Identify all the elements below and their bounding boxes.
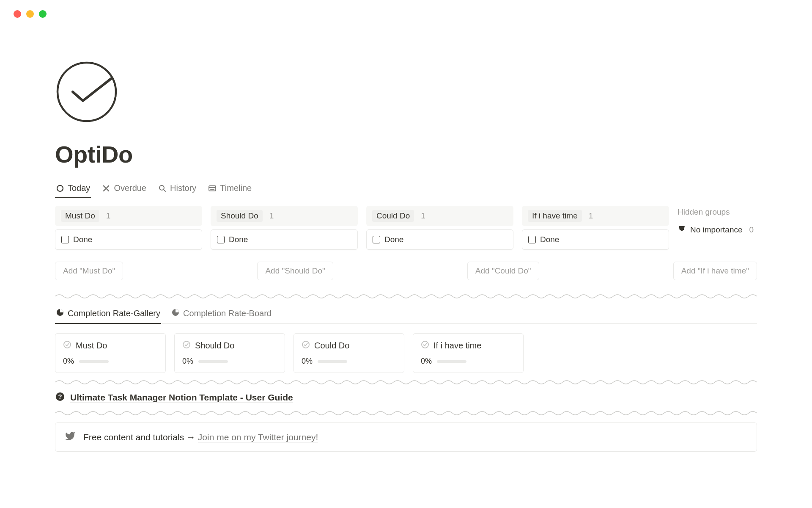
svg-point-7 [183,341,190,348]
card-title: Done [540,235,559,244]
progress-bar [318,360,347,363]
add-if-i-have-time-button[interactable]: Add "If i have time" [673,262,757,280]
subtab-label: Completion Rate-Gallery [68,309,160,318]
tab-label: Timeline [220,183,252,193]
tab-label: Overdue [114,183,146,193]
column-count: 1 [589,211,593,221]
progress-bar [198,360,228,363]
user-guide-text: Ultimate Task Manager Notion Template - … [70,392,293,403]
subtab-label: Completion Rate-Board [183,309,272,318]
hidden-item-label: No importance [690,225,743,235]
add-should-do-button[interactable]: Add "Should Do" [257,262,333,280]
gallery-card-percent: 0% [182,357,193,366]
gallery-card-label: Should Do [195,341,234,351]
completion-rate-tabs: Completion Rate-Gallery Completion Rate-… [55,306,757,324]
callout-arrow: → [187,432,198,442]
task-card[interactable]: Done [55,229,202,250]
add-buttons-row: Add "Must Do" Add "Should Do" Add "Could… [55,250,757,287]
add-must-do-button[interactable]: Add "Must Do" [55,262,123,280]
task-card[interactable]: Done [522,229,669,250]
checkbox-icon[interactable] [217,236,225,243]
timeline-icon [208,184,217,193]
page-icon[interactable] [55,60,757,124]
search-icon [158,184,167,193]
column-should-do: Should Do 1 Done [211,206,358,250]
checkbox-icon[interactable] [373,236,380,243]
progress-bar [79,360,109,363]
callout-text: Free content and tutorials → Join me on … [83,432,318,442]
column-count: 1 [106,211,111,221]
circle-icon [56,184,64,193]
close-window-button[interactable] [14,10,21,18]
column-count: 1 [269,211,274,221]
hidden-groups: Hidden groups No importance 0 [678,206,762,235]
pie-chart-icon [171,308,180,319]
column-header[interactable]: Should Do 1 [211,206,358,226]
column-must-do: Must Do 1 Done [55,206,202,250]
tab-timeline[interactable]: Timeline [207,180,252,198]
gallery-card-percent: 0% [302,357,313,366]
divider-wavy [55,410,757,417]
hidden-group-item[interactable]: No importance 0 [678,224,762,235]
column-header[interactable]: Could Do 1 [366,206,513,226]
subtab-completion-gallery[interactable]: Completion Rate-Gallery [55,306,161,324]
column-count: 1 [421,211,425,221]
callout-prefix: Free content and tutorials [83,432,187,442]
progress-bar [437,360,466,363]
view-tabs: Today Overdue History Timeline [55,180,757,198]
divider-wavy [55,379,757,386]
twitter-callout[interactable]: Free content and tutorials → Join me on … [55,422,757,452]
tab-label: History [170,183,196,193]
svg-text:?: ? [58,393,62,400]
svg-point-9 [422,341,428,348]
divider-wavy [55,293,757,300]
column-if-i-have-time: If i have time 1 Done [522,206,669,250]
svg-point-0 [58,63,116,121]
check-circle-icon [63,340,71,351]
checkbox-icon[interactable] [528,236,536,243]
column-header[interactable]: If i have time 1 [522,206,669,226]
add-could-do-button[interactable]: Add "Could Do" [467,262,539,280]
gallery-card-must-do[interactable]: Must Do 0% [55,333,166,373]
column-tag: Must Do [61,210,99,222]
svg-rect-3 [209,186,216,191]
hidden-item-count: 0 [749,225,754,235]
kanban-board: Must Do 1 Done Should Do 1 Done Could Do… [55,198,757,250]
check-circle-icon [182,340,191,351]
column-tag: Could Do [372,210,414,222]
column-could-do: Could Do 1 Done [366,206,513,250]
gallery-card-if-i-have-time[interactable]: If i have time 0% [413,333,524,373]
hidden-groups-title: Hidden groups [678,207,762,217]
user-guide-link[interactable]: ? Ultimate Task Manager Notion Template … [55,392,757,404]
task-card[interactable]: Done [366,229,513,250]
subtab-completion-board[interactable]: Completion Rate-Board [170,306,272,324]
gallery-card-could-do[interactable]: Could Do 0% [294,333,404,373]
checkbox-icon[interactable] [61,236,69,243]
completion-gallery: Must Do 0% Should Do 0% Could Do 0 [55,324,757,373]
check-circle-icon [302,340,310,351]
window-traffic-lights [0,0,812,18]
tab-history[interactable]: History [157,180,197,198]
minimize-window-button[interactable] [26,10,34,18]
column-header[interactable]: Must Do 1 [55,206,202,226]
tab-overdue[interactable]: Overdue [101,180,147,198]
column-tag: If i have time [528,210,582,222]
gallery-card-percent: 0% [421,357,432,366]
gallery-card-percent: 0% [63,357,74,366]
svg-point-6 [64,341,71,348]
inbox-icon [678,224,686,235]
svg-point-1 [57,185,63,191]
question-circle-icon: ? [55,392,65,404]
page-title[interactable]: OptiDo [55,141,757,168]
card-title: Done [73,235,92,244]
tab-today[interactable]: Today [55,180,91,198]
gallery-card-should-do[interactable]: Should Do 0% [174,333,285,373]
task-card[interactable]: Done [211,229,358,250]
pie-chart-icon [56,308,64,319]
tab-label: Today [68,183,90,193]
callout-link[interactable]: Join me on my Twitter journey! [198,432,318,442]
check-circle-icon [421,340,429,351]
column-tag: Should Do [217,210,263,222]
gallery-card-label: If i have time [433,341,481,351]
maximize-window-button[interactable] [39,10,47,18]
